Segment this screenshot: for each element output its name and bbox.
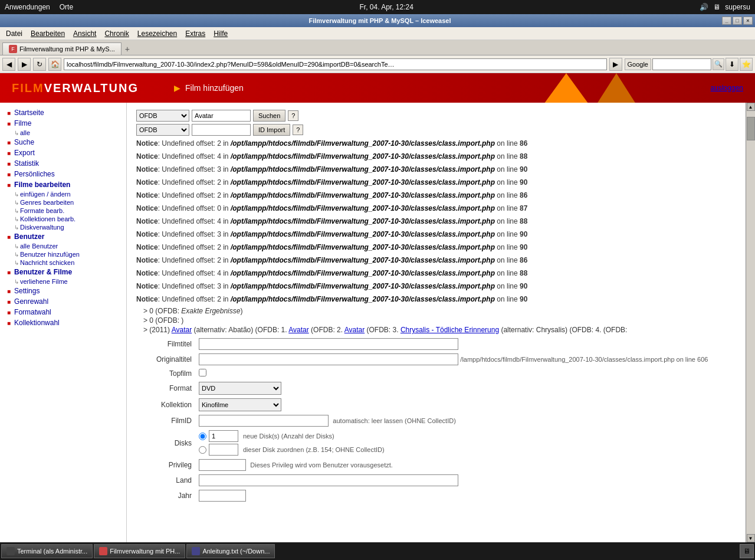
address-input[interactable] bbox=[64, 58, 607, 70]
land-input[interactable] bbox=[199, 474, 458, 486]
sidebar-item-benutzer-hinzu[interactable]: ↳ Benutzer hinzufügen bbox=[0, 250, 126, 258]
sidebar-item-benutzer[interactable]: ■ Benutzer bbox=[0, 231, 126, 242]
search-engine-button[interactable]: Google bbox=[625, 58, 651, 70]
filmid-input[interactable] bbox=[199, 415, 329, 427]
avatar-link-2[interactable]: Avatar bbox=[344, 326, 365, 334]
disks-count-input[interactable] bbox=[209, 430, 238, 442]
sidebar-item-genrewahl[interactable]: ■ Genrewahl bbox=[0, 296, 126, 307]
sidebar-item-einfuegen[interactable]: ↳ einfügen / ändern bbox=[0, 190, 126, 198]
id-field[interactable] bbox=[192, 124, 251, 136]
filmtitel-input[interactable] bbox=[199, 338, 458, 350]
sidebar-item-formate[interactable]: ↳ Formate bearb. bbox=[0, 207, 126, 215]
taskbar-end-icon[interactable]: 🖥 bbox=[740, 544, 754, 558]
privileg-input[interactable] bbox=[199, 459, 246, 471]
menu-chronik[interactable]: Chronik bbox=[101, 28, 132, 39]
sidebar-label-nachricht: Nachricht schicken bbox=[20, 259, 74, 266]
sidebar-item-alle-benutzer[interactable]: ↳ alle Benutzer bbox=[0, 242, 126, 250]
db-select-2[interactable]: OFDB bbox=[136, 124, 189, 136]
taskbar-item-filmverwaltung[interactable]: Filmverwaltung mit PH... bbox=[94, 544, 185, 558]
sub-arrow-icon: ↳ bbox=[14, 199, 19, 206]
id-import-button[interactable]: ID Import bbox=[253, 124, 290, 136]
help-button-2[interactable]: ? bbox=[293, 125, 303, 135]
bookmark-button[interactable]: ⭐ bbox=[740, 58, 753, 71]
go-button[interactable]: ▶ bbox=[609, 58, 622, 71]
anwendungen-menu[interactable]: Anwendungen bbox=[5, 3, 50, 11]
scrollbar-up[interactable]: ▲ bbox=[747, 103, 755, 111]
add-tab-button[interactable]: + bbox=[122, 43, 133, 55]
taskbar-item-terminal[interactable]: Terminal (als Administr... bbox=[1, 544, 93, 558]
db-select-1[interactable]: OFDB bbox=[136, 110, 189, 122]
menu-datei[interactable]: Datei bbox=[2, 28, 26, 39]
search-field-1[interactable] bbox=[192, 110, 251, 122]
topfilm-checkbox[interactable] bbox=[199, 369, 206, 376]
filmverwaltung-taskbar-icon bbox=[99, 547, 107, 555]
ausloggen-link[interactable]: ausloggen bbox=[711, 84, 743, 92]
sidebar-item-startseite[interactable]: ■ Startseite bbox=[0, 107, 126, 118]
avatar-link[interactable]: Avatar bbox=[172, 326, 192, 334]
terminal-icon bbox=[6, 547, 15, 555]
menu-lesezeichen[interactable]: Lesezeichen bbox=[134, 28, 180, 39]
menu-extras[interactable]: Extras bbox=[182, 28, 209, 39]
taskbar-item-anleitung[interactable]: Anleitung.txt (~/Down... bbox=[186, 544, 275, 558]
menu-bearbeiten[interactable]: Bearbeiten bbox=[27, 28, 68, 39]
sidebar-item-verliehene[interactable]: ↳ verliehene Filme bbox=[0, 277, 126, 286]
maximize-button[interactable]: □ bbox=[733, 17, 742, 25]
sidebar-item-statistik[interactable]: ■ Statistik bbox=[0, 158, 126, 169]
reload-button[interactable]: ↻ bbox=[33, 58, 46, 71]
app-logo: FILMVERWALTUNG bbox=[0, 81, 150, 95]
search-input[interactable] bbox=[652, 58, 711, 70]
sidebar-label-suche: Suche bbox=[14, 138, 34, 146]
sidebar-item-alle[interactable]: ↳ alle bbox=[0, 129, 126, 137]
os-volume-icon[interactable]: 🔊 bbox=[700, 3, 708, 11]
originaltitel-input[interactable] bbox=[199, 353, 458, 365]
back-button[interactable]: ◀ bbox=[2, 58, 15, 71]
bullet-icon: ■ bbox=[7, 269, 11, 276]
menu-ansicht[interactable]: Ansicht bbox=[70, 28, 100, 39]
minimize-button[interactable]: _ bbox=[722, 17, 731, 25]
help-button-1[interactable]: ? bbox=[288, 110, 298, 121]
chrysalis-link[interactable]: Chrysalis - Tödliche Erinnerung bbox=[401, 326, 499, 334]
search-button[interactable]: Suchen bbox=[253, 110, 285, 122]
sidebar-item-benutzer-filme[interactable]: ■ Benutzer & Filme bbox=[0, 267, 126, 277]
sidebar-item-nachricht[interactable]: ↳ Nachricht schicken bbox=[0, 258, 126, 267]
bullet-icon: ■ bbox=[7, 299, 11, 305]
sidebar-item-export[interactable]: ■ Export bbox=[0, 148, 126, 158]
scrollbar-thumb[interactable] bbox=[747, 117, 755, 140]
forward-button[interactable]: ▶ bbox=[18, 58, 31, 71]
land-label: Land bbox=[136, 473, 195, 488]
download-button[interactable]: ⬇ bbox=[726, 58, 738, 71]
avatar-link-1[interactable]: Avatar bbox=[288, 326, 308, 334]
kollektion-select[interactable]: Kinofilme Serien Dokumentationen bbox=[199, 398, 281, 411]
header-nav-item[interactable]: Film hinzufügen bbox=[185, 83, 244, 93]
sidebar-item-kollektionwahl[interactable]: ■ Kollektionwahl bbox=[0, 317, 126, 328]
disks-assign-input[interactable] bbox=[209, 444, 238, 456]
sidebar-item-formatwahl[interactable]: ■ Formatwahl bbox=[0, 307, 126, 317]
sidebar-item-persoenliches[interactable]: ■ Persönliches bbox=[0, 169, 126, 179]
sidebar-item-genres[interactable]: ↳ Genres bearbeiten bbox=[0, 198, 126, 207]
sub-arrow-icon: ↳ bbox=[14, 243, 19, 250]
sidebar-item-filme[interactable]: ■ Filme bbox=[0, 118, 126, 129]
sidebar-item-kollektionen[interactable]: ↳ Kollektionen bearb. bbox=[0, 215, 126, 223]
sidebar-label-settings: Settings bbox=[14, 287, 40, 295]
disks-radio-assign[interactable] bbox=[199, 446, 206, 454]
scrollbar-down[interactable]: ▼ bbox=[747, 534, 755, 542]
tab-filmverwaltung[interactable]: F Filmverwaltung mit PHP & MyS... bbox=[2, 42, 122, 55]
sidebar-item-filme-bearbeiten[interactable]: ■ Filme bearbeiten bbox=[0, 179, 126, 190]
sidebar-item-suche[interactable]: ■ Suche bbox=[0, 137, 126, 148]
disks-radio-new[interactable] bbox=[199, 433, 206, 440]
format-select[interactable]: DVD Blu-ray VHS bbox=[199, 382, 281, 395]
window-controls[interactable]: _ □ × bbox=[722, 17, 753, 25]
close-button[interactable]: × bbox=[743, 17, 753, 25]
jahr-input[interactable] bbox=[199, 490, 246, 502]
sidebar-item-settings[interactable]: ■ Settings bbox=[0, 286, 126, 296]
sidebar-label-genres: Genres bearbeiten bbox=[20, 199, 74, 206]
sub-arrow-icon: ↳ bbox=[14, 208, 19, 214]
scrollbar[interactable]: ▲ ▼ bbox=[746, 103, 755, 542]
notice-10: Notice: Undefined offset: 2 in /opt/lamp… bbox=[136, 255, 736, 266]
home-button[interactable]: 🏠 bbox=[48, 58, 61, 71]
jahr-label: Jahr bbox=[136, 488, 195, 503]
menu-hilfe[interactable]: Hilfe bbox=[210, 28, 231, 39]
sidebar-item-disk[interactable]: ↳ Diskverwaltung bbox=[0, 223, 126, 231]
search-go-button[interactable]: 🔍 bbox=[713, 58, 724, 70]
orte-menu[interactable]: Orte bbox=[60, 3, 73, 11]
